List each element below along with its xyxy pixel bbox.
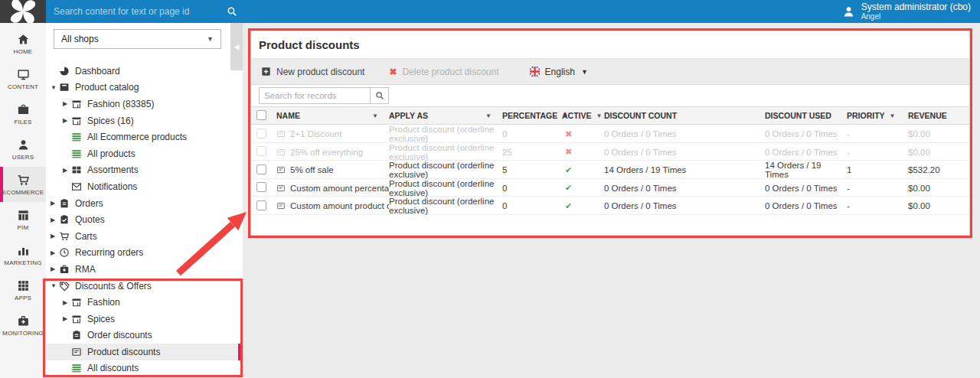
table-row[interactable]: 5% off saleProduct discount (orderline e… [251, 161, 969, 179]
table-row[interactable]: 2+1 DiscountProduct discount (orderline … [251, 125, 969, 143]
app-logo[interactable] [0, 0, 46, 23]
app-item-label: APPS [15, 295, 31, 301]
column-label: PRIORITY [847, 111, 885, 120]
cell-priority: - [847, 129, 908, 138]
discount-card-icon [276, 129, 286, 138]
assortments-icon [71, 165, 82, 175]
column-header-name[interactable]: NAME▼ [276, 111, 389, 120]
language-selector[interactable]: English ▼ [530, 67, 588, 77]
selected-accent-bar [238, 344, 243, 360]
tree-item-discounts-offers[interactable]: ▼Discounts & Offers [46, 278, 243, 295]
table-row[interactable]: Custom amount percentage disco...Product… [251, 179, 969, 197]
language-label: English [545, 67, 575, 77]
tree-item-spices-16[interactable]: ▶Spices (16) [46, 112, 243, 129]
caret-expanded-icon[interactable]: ▼ [49, 282, 59, 289]
column-label: REVENUE [908, 111, 947, 120]
row-checkbox[interactable] [256, 182, 266, 192]
tree-item-orders[interactable]: ▶Orders [46, 195, 243, 212]
app-item-content[interactable]: CONTENT [0, 61, 46, 96]
caret-collapsed-icon[interactable]: ▶ [61, 167, 71, 174]
app-item-files[interactable]: FILES [0, 96, 46, 132]
column-header-active[interactable]: ACTIVE▼ [562, 111, 604, 120]
user-menu[interactable]: System administrator (cbo) Angel [842, 0, 971, 23]
app-item-label: MONITORING [2, 330, 44, 337]
delete-product-discount-button[interactable]: ✖ Delete product discount [389, 67, 498, 77]
app-sidebar: HOMECONTENTFILESUSERSECOMMERCEPIMMARKETI… [0, 23, 46, 378]
row-checkbox[interactable] [256, 165, 266, 174]
caret-collapsed-icon[interactable]: ▶ [49, 217, 59, 223]
column-header-priority[interactable]: PRIORITY▼ [847, 111, 908, 120]
select-all-checkbox[interactable] [256, 110, 266, 120]
caret-collapsed-icon[interactable]: ▶ [61, 117, 71, 124]
tree-panel: All shops ▼ ◀ Dashboard▼Product catalog▶… [46, 23, 243, 378]
ecommerce-admin-screen: { "colors":{"topbar_blue":"#1581c2","acc… [0, 0, 980, 378]
row-checkbox[interactable] [256, 200, 266, 210]
caret-collapsed-icon[interactable]: ▶ [61, 315, 71, 322]
tree-item-quotes[interactable]: ▶Quotes [46, 211, 243, 228]
marketing-icon [17, 244, 30, 257]
caret-collapsed-icon[interactable]: ▶ [49, 249, 59, 256]
app-item-pim[interactable]: PIM [0, 202, 46, 237]
caret-collapsed-icon[interactable]: ▶ [61, 100, 71, 107]
caret-collapsed-icon[interactable]: ▶ [49, 233, 59, 240]
column-header-percentage[interactable]: PERCENTAGE▼ [502, 111, 562, 120]
tree-item-fashion-83385[interactable]: ▶Fashion (83385) [46, 96, 243, 112]
tree-item-label: Recurring orders [75, 247, 143, 258]
store-icon [71, 297, 82, 308]
tree-item-product-discounts[interactable]: Product discounts [46, 344, 243, 360]
caret-collapsed-icon[interactable]: ▶ [49, 266, 59, 272]
cell-priority: - [847, 184, 908, 193]
tree-item-carts[interactable]: ▶Carts [46, 228, 243, 245]
tree-item-label: All products [87, 148, 136, 159]
app-item-monitoring[interactable]: MONITORING [0, 308, 46, 343]
tree-item-spices[interactable]: ▶Spices [46, 311, 243, 327]
list-icon [71, 363, 82, 373]
table-row[interactable]: Custom amount product discountProduct di… [251, 197, 969, 215]
caret-expanded-icon[interactable]: ▼ [49, 84, 59, 91]
app-item-home[interactable]: HOME [0, 26, 46, 61]
column-header-revenue: REVENUE [908, 111, 969, 120]
tree-item-all-products[interactable]: All products [46, 145, 243, 162]
app-item-marketing[interactable]: MARKETING [0, 237, 46, 272]
column-header-apply-as[interactable]: APPLY AS▼ [389, 111, 502, 120]
new-product-discount-button[interactable]: New product discount [261, 67, 364, 77]
tree-item-rma[interactable]: ▶RMA [46, 261, 243, 278]
record-search-input[interactable] [259, 87, 371, 104]
tree-item-all-ecommerce-products[interactable]: All Ecommerce products [46, 129, 243, 145]
tree-item-assortments[interactable]: ▶Assortments [46, 162, 243, 179]
row-checkbox[interactable] [256, 129, 266, 138]
chevron-left-icon: ◀ [234, 43, 240, 51]
store-icon [71, 314, 82, 324]
column-label: PERCENTAGE [502, 111, 557, 120]
caret-collapsed-icon[interactable]: ▶ [49, 200, 59, 207]
table-row[interactable]: 25% off everythingProduct discount (orde… [251, 143, 969, 161]
sort-caret-icon[interactable]: ▼ [890, 112, 896, 119]
app-item-label: CONTENT [8, 83, 38, 90]
record-search-button[interactable] [371, 87, 389, 104]
tree-item-all-discounts[interactable]: All discounts [46, 360, 243, 377]
search-icon[interactable] [227, 6, 237, 17]
app-item-apps[interactable]: APPS [0, 272, 46, 308]
tree-item-product-catalog[interactable]: ▼Product catalog [46, 80, 243, 96]
row-checkbox[interactable] [256, 146, 266, 156]
cell-discount-used: 0 Orders / 0 Times [765, 184, 847, 193]
app-item-label: HOME [14, 48, 33, 55]
tree-item-dashboard[interactable]: Dashboard [46, 63, 243, 80]
cell-priority: 1 [847, 165, 908, 174]
app-item-users[interactable]: USERS [0, 132, 46, 167]
tree-item-order-discounts[interactable]: Order discounts [46, 327, 243, 344]
app-item-ecommerce[interactable]: ECOMMERCE [0, 167, 46, 202]
tree-item-recurring-orders[interactable]: ▶Recurring orders [46, 245, 243, 262]
tree-item-label: Product discounts [87, 347, 160, 357]
sort-caret-icon[interactable]: ▼ [596, 112, 603, 119]
cell-discount-count: 0 Orders / 0 Times [604, 148, 765, 157]
sort-caret-icon[interactable]: ▼ [485, 112, 492, 119]
tree-item-fashion[interactable]: ▶Fashion [46, 294, 243, 311]
shop-selector[interactable]: All shops ▼ [54, 29, 221, 49]
sort-caret-icon[interactable]: ▼ [372, 112, 378, 119]
inactive-x-icon: ✖ [562, 147, 572, 156]
tree-item-label: Quotes [75, 214, 105, 225]
caret-collapsed-icon[interactable]: ▶ [61, 299, 71, 306]
global-search-input[interactable] [52, 5, 227, 18]
tree-item-notifications[interactable]: Notifications [46, 178, 243, 195]
